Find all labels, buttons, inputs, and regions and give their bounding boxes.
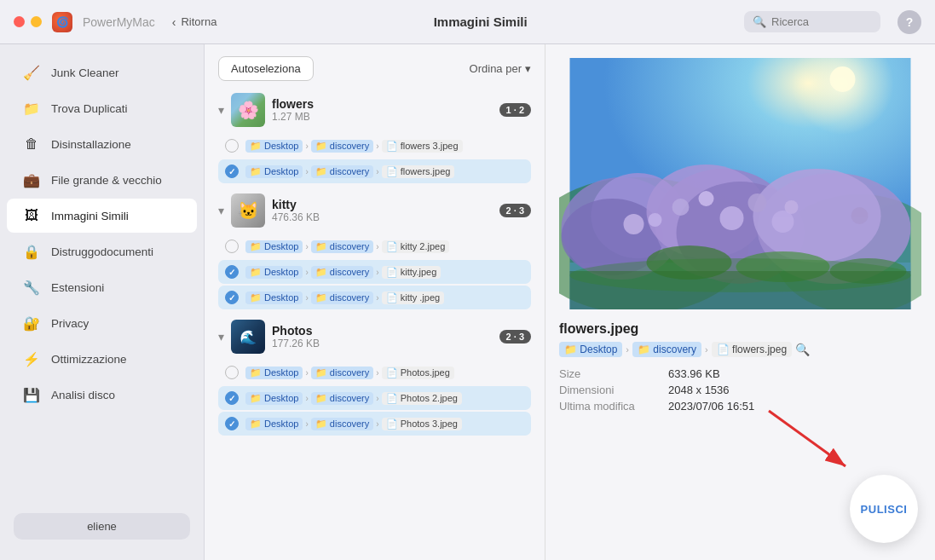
search-box: 🔍 xyxy=(744,11,880,32)
sidebar-item-immagini-simili[interactable]: 🖼 Immagini Simili xyxy=(7,199,197,233)
group-photos-info: Photos 177.26 KB xyxy=(272,324,493,349)
minimize-button[interactable] xyxy=(31,16,42,27)
file-chip: 📄 Photos.jpeg xyxy=(382,367,454,379)
trova-duplicati-icon: 📁 xyxy=(22,99,41,118)
file-chip: 📄 flowers 3.jpeg xyxy=(382,140,463,153)
sort-label: Ordina per xyxy=(470,62,522,75)
estensioni-icon: 🔧 xyxy=(22,278,41,297)
preview-path-discovery: 📁 discovery xyxy=(632,342,701,357)
page-title: Immagini Simili xyxy=(227,14,734,29)
file-row[interactable]: 📁 Desktop › 📁 discovery › 📄 Photos 3.jpe… xyxy=(218,412,531,436)
sidebar-item-ottimizzazione[interactable]: ⚡ Ottimizzazione xyxy=(7,342,197,376)
folder-chip: 📁 discovery xyxy=(311,292,374,304)
file-list-panel: Autoseleziona Ordina per ▾ ▾ flowers 1.2… xyxy=(205,44,545,560)
back-button[interactable]: Ritorna xyxy=(181,15,216,28)
help-button[interactable]: ? xyxy=(897,10,921,34)
file-row[interactable]: 📁 Desktop › 📁 discovery › 📄 Photos.jpeg xyxy=(218,361,531,384)
size-value: 633.96 KB xyxy=(668,367,921,380)
size-label: Size xyxy=(559,367,661,380)
app-logo-icon: 🌀 xyxy=(52,12,72,32)
svg-point-15 xyxy=(672,199,690,216)
file-row[interactable]: 📁 Desktop › 📁 discovery › 📄 kitty.jpeg xyxy=(218,260,531,284)
sidebar-label-analisi: Analisi disco xyxy=(51,389,115,401)
disinstallazione-icon: 🗑 xyxy=(22,135,41,153)
group-kitty-size: 476.36 KB xyxy=(272,211,493,223)
sidebar-item-trova-duplicati[interactable]: 📁 Trova Duplicati xyxy=(7,91,197,125)
file-checkbox[interactable] xyxy=(225,139,239,153)
file-row[interactable]: 📁 Desktop › 📁 discovery › 📄 flowers.jpeg xyxy=(218,159,531,183)
user-button[interactable]: eliene xyxy=(14,513,190,540)
sidebar-item-disinstallazione[interactable]: 🗑 Disinstallazione xyxy=(7,127,197,161)
distruggi-icon: 🔒 xyxy=(22,242,41,261)
dimensions-value: 2048 x 1536 xyxy=(668,384,921,396)
file-path: 📁 Desktop › 📁 discovery › 📄 flowers.jpeg xyxy=(245,165,454,178)
preview-panel-wrapper: flowers.jpeg 📁 Desktop › 📁 discovery › 📄… xyxy=(545,44,935,560)
main-layout: 🧹 Junk Cleaner 📁 Trova Duplicati 🗑 Disin… xyxy=(0,44,935,560)
search-icon: 🔍 xyxy=(753,15,766,28)
file-checkbox[interactable] xyxy=(225,265,239,279)
content-area: Autoseleziona Ordina per ▾ ▾ flowers 1.2… xyxy=(205,44,935,560)
file-checkbox[interactable] xyxy=(225,291,239,304)
group-flowers: ▾ flowers 1.27 MB 1 · 2 📁 Desktop › 📁 di… xyxy=(218,93,531,183)
svg-point-23 xyxy=(624,214,644,234)
sidebar-item-privacy[interactable]: 🔐 Privacy xyxy=(7,306,197,340)
ottimizzazione-icon: ⚡ xyxy=(22,349,41,368)
file-checkbox[interactable] xyxy=(225,366,239,379)
privacy-icon: 🔐 xyxy=(22,314,41,332)
folder-chip: 📁 Desktop xyxy=(245,240,303,253)
sidebar-label-file-grande: File grande & vecchio xyxy=(51,174,162,187)
file-row[interactable]: 📁 Desktop › 📁 discovery › 📄 kitty 2.jpeg xyxy=(218,234,531,258)
folder-chip-discovery: 📁 discovery xyxy=(311,165,374,178)
group-photos-badge: 2 · 3 xyxy=(499,330,531,344)
group-photos-header: ▾ 🌊 Photos 177.26 KB 2 · 3 xyxy=(218,320,531,354)
sidebar-item-distruggi-documenti[interactable]: 🔒 Distruggodocumenti xyxy=(7,234,197,268)
modified-label: Ultima modifica xyxy=(559,400,661,413)
group-flowers-info: flowers 1.27 MB xyxy=(272,97,493,123)
toolbar: Autoseleziona Ordina per ▾ xyxy=(218,56,531,81)
sidebar-bottom: eliene xyxy=(0,503,204,550)
file-row[interactable]: 📁 Desktop › 📁 discovery › 📄 kitty .jpeg xyxy=(218,286,531,309)
sort-chevron-icon: ▾ xyxy=(525,62,531,75)
file-checkbox[interactable] xyxy=(225,240,239,253)
sidebar-item-junk-cleaner[interactable]: 🧹 Junk Cleaner xyxy=(7,55,197,89)
file-chip: 📄 kitty .jpeg xyxy=(382,292,445,304)
group-photos-chevron[interactable]: ▾ xyxy=(218,330,224,344)
sidebar-label-trova-duplicati: Trova Duplicati xyxy=(51,102,128,115)
group-kitty-chevron[interactable]: ▾ xyxy=(218,204,224,217)
svg-point-25 xyxy=(772,211,794,233)
folder-chip: 📁 discovery xyxy=(311,240,374,253)
autoselect-button[interactable]: Autoseleziona xyxy=(218,56,314,81)
search-input[interactable] xyxy=(771,15,857,28)
preview-search-icon[interactable]: 🔍 xyxy=(795,343,810,356)
file-row[interactable]: 📁 Desktop › 📁 discovery › 📄 Photos 2.jpe… xyxy=(218,386,531,410)
group-flowers-name: flowers xyxy=(272,97,493,111)
svg-point-14 xyxy=(649,213,662,227)
group-kitty-badge: 2 · 3 xyxy=(499,204,531,217)
sidebar-item-file-grande[interactable]: 💼 File grande & vecchio xyxy=(7,163,197,197)
file-checkbox[interactable] xyxy=(225,391,239,405)
sidebar-label-privacy: Privacy xyxy=(51,317,89,330)
group-kitty-name: kitty xyxy=(272,198,493,211)
close-button[interactable] xyxy=(14,16,25,27)
sidebar-label-junk-cleaner: Junk Cleaner xyxy=(51,66,119,79)
folder-chip: 📁 discovery xyxy=(311,392,374,405)
file-checkbox[interactable] xyxy=(225,417,239,430)
group-flowers-badge: 1 · 2 xyxy=(499,103,531,117)
file-row[interactable]: 📁 Desktop › 📁 discovery › 📄 flowers 3.jp… xyxy=(218,134,531,158)
folder-chip: 📁 Desktop xyxy=(245,418,303,430)
group-flowers-size: 1.27 MB xyxy=(272,111,493,123)
back-nav[interactable]: ‹ Ritorna xyxy=(172,15,217,29)
sidebar-label-disinstallazione: Disinstallazione xyxy=(51,138,131,151)
sort-button[interactable]: Ordina per ▾ xyxy=(470,62,531,75)
pulisci-button[interactable]: PULISCI xyxy=(850,475,918,543)
group-flowers-chevron[interactable]: ▾ xyxy=(218,103,224,117)
file-path: 📁 Desktop › 📁 discovery › 📄 kitty .jpeg xyxy=(245,292,444,304)
folder-chip: 📁 discovery xyxy=(311,418,374,430)
sidebar-item-estensioni[interactable]: 🔧 Estensioni xyxy=(7,270,197,304)
sidebar-item-analisi-disco[interactable]: 💾 Analisi disco xyxy=(7,378,197,412)
file-path: 📁 Desktop › 📁 discovery › 📄 Photos 3.jpe… xyxy=(245,418,462,430)
preview-path: 📁 Desktop › 📁 discovery › 📄 flowers.jpeg… xyxy=(559,342,921,357)
file-path: 📁 Desktop › 📁 discovery › 📄 kitty 2.jpeg xyxy=(245,240,449,253)
file-grande-icon: 💼 xyxy=(22,170,41,189)
file-checkbox[interactable] xyxy=(225,165,239,178)
